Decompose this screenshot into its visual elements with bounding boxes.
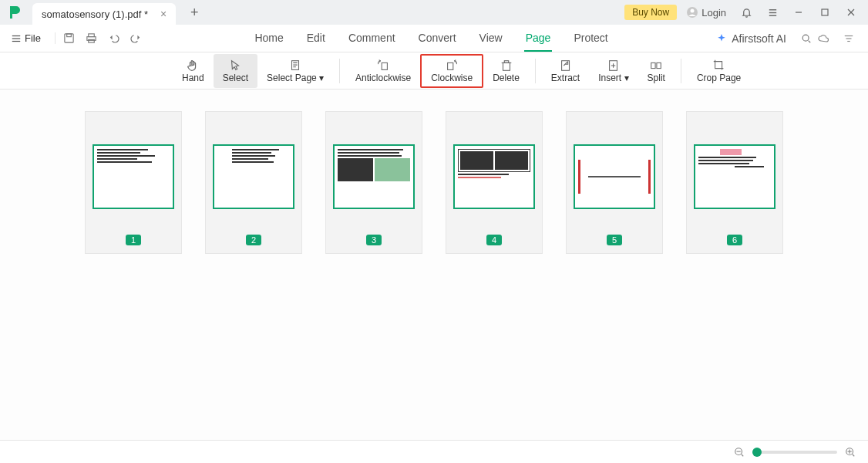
title-bar: somatosensory (1).pdf * × + Buy Now Logi… [0, 0, 868, 25]
page-number-badge: 3 [366, 235, 382, 245]
svg-rect-32 [651, 63, 655, 68]
split-tool[interactable]: Split [638, 54, 675, 88]
page-thumbnail[interactable]: 5 [566, 111, 663, 254]
hand-icon [186, 59, 200, 73]
thumb-preview [453, 144, 535, 209]
menu-comment[interactable]: Comment [347, 25, 397, 52]
clockwise-tool[interactable]: Clockwise [420, 54, 483, 88]
page-thumbnail[interactable]: 2 [205, 111, 302, 254]
app-logo-icon [6, 4, 23, 21]
page-number-badge: 5 [607, 235, 622, 245]
menu-convert[interactable]: Convert [417, 25, 458, 52]
close-window-icon[interactable] [840, 2, 862, 23]
select-tool[interactable]: Select [214, 54, 257, 88]
login-button[interactable]: Login [681, 6, 731, 19]
ai-button[interactable]: Afirstsoft AI [707, 32, 796, 45]
anticlockwise-tool[interactable]: Anticlockwise [346, 54, 420, 88]
page-thumbnail[interactable]: 6 [686, 111, 783, 254]
menu-protect[interactable]: Protect [572, 25, 609, 52]
divider [681, 59, 681, 83]
select-page-tool[interactable]: Select Page ▾ [257, 54, 333, 88]
svg-rect-25 [503, 63, 510, 70]
document-tab[interactable]: somatosensory (1).pdf * × [32, 3, 176, 25]
slider-knob[interactable] [752, 448, 762, 457]
svg-rect-23 [382, 63, 387, 69]
page-number-badge: 2 [246, 235, 261, 245]
bell-icon[interactable] [735, 2, 757, 23]
maximize-icon[interactable] [814, 2, 836, 23]
crop-page-tool[interactable]: Crop Page [688, 54, 750, 88]
buy-now-button[interactable]: Buy Now [624, 5, 677, 20]
thumb-preview [574, 144, 655, 209]
page-number-badge: 4 [486, 235, 502, 245]
thumb-preview [333, 144, 415, 209]
page-number-badge: 1 [126, 235, 141, 245]
print-icon[interactable] [86, 32, 97, 44]
svg-point-17 [802, 35, 809, 41]
zoom-in-icon[interactable] [845, 447, 856, 458]
page-thumbnail[interactable]: 3 [325, 111, 422, 254]
zoom-out-icon[interactable] [734, 447, 745, 458]
svg-rect-27 [504, 60, 508, 63]
cloud-icon[interactable] [817, 32, 829, 45]
delete-tool[interactable]: Delete [483, 54, 529, 88]
svg-line-40 [853, 454, 855, 456]
thumb-preview [694, 144, 775, 209]
split-icon [649, 59, 663, 73]
trash-icon [500, 59, 513, 73]
thumb-preview [93, 144, 174, 209]
menu-edit[interactable]: Edit [305, 25, 327, 52]
page-select-icon [288, 59, 302, 73]
page-thumbnail[interactable]: 1 [85, 111, 182, 254]
menu-page[interactable]: Page [524, 25, 553, 52]
svg-rect-24 [448, 63, 453, 69]
hand-tool[interactable]: Hand [173, 54, 214, 88]
redo-icon[interactable] [130, 32, 142, 44]
svg-rect-6 [822, 9, 828, 15]
status-bar [0, 440, 868, 463]
search-icon[interactable] [796, 28, 817, 49]
svg-line-36 [742, 454, 744, 456]
undo-icon[interactable] [108, 32, 119, 44]
svg-line-18 [809, 40, 811, 42]
svg-rect-33 [657, 63, 661, 68]
list-icon[interactable] [843, 33, 854, 44]
menu-icon[interactable] [762, 2, 783, 23]
thumb-preview [213, 144, 294, 209]
menu-bar: File Home Edit Comment Convert View Page… [0, 25, 868, 52]
zoom-slider[interactable] [752, 451, 837, 454]
svg-point-1 [691, 9, 695, 13]
new-tab-button[interactable]: + [187, 5, 202, 21]
save-icon[interactable] [63, 32, 75, 44]
insert-icon [607, 59, 621, 73]
divider [339, 59, 340, 83]
insert-tool[interactable]: Insert ▾ [589, 54, 638, 88]
file-menu[interactable]: File [6, 32, 45, 44]
page-grid: 1 2 3 4 5 6 [0, 90, 868, 440]
page-toolbar: Hand Select Select Page ▾ Anticlockwise … [0, 52, 868, 90]
page-number-badge: 6 [727, 235, 742, 245]
crop-icon [712, 59, 726, 73]
rotate-right-icon [445, 59, 459, 73]
menu-view[interactable]: View [478, 25, 504, 52]
main-menu: Home Edit Comment Convert View Page Prot… [253, 25, 609, 52]
page-thumbnail[interactable]: 4 [446, 111, 543, 254]
svg-rect-12 [65, 34, 73, 42]
cursor-icon [228, 59, 242, 73]
svg-rect-13 [67, 34, 72, 37]
close-tab-icon[interactable]: × [160, 8, 167, 20]
menu-home[interactable]: Home [253, 25, 284, 52]
rotate-left-icon [376, 59, 390, 73]
extract-tool[interactable]: Extract [542, 54, 589, 88]
minimize-icon[interactable] [788, 2, 809, 23]
divider [535, 59, 536, 83]
tab-title: somatosensory (1).pdf * [42, 8, 148, 20]
extract-icon [559, 59, 573, 73]
